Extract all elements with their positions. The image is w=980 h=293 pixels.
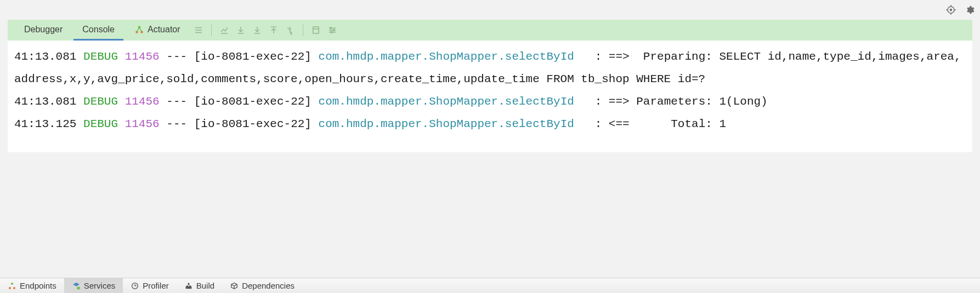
log-line: 41:13.081 DEBUG 11456 --- [io-8081-exec-… <box>14 50 961 85</box>
log-line: 41:13.081 DEBUG 11456 --- [io-8081-exec-… <box>14 95 768 108</box>
tab-actuator[interactable]: Actuator <box>126 20 189 41</box>
svg-text:I: I <box>291 32 292 35</box>
log-line: 41:13.125 DEBUG 11456 --- [io-8081-exec-… <box>14 118 726 130</box>
target-icon[interactable] <box>945 4 957 16</box>
gear-icon[interactable] <box>964 4 976 16</box>
upload-icon[interactable] <box>267 23 281 37</box>
actuator-icon <box>134 25 144 35</box>
tab-label: Actuator <box>148 25 180 35</box>
step-into-icon[interactable]: I <box>283 23 297 37</box>
svg-point-1 <box>950 9 952 11</box>
svg-point-30 <box>333 30 335 31</box>
download-icon[interactable] <box>234 23 248 37</box>
divider <box>211 24 212 36</box>
debug-tab-strip: Debugger Console Actuator I <box>8 20 972 41</box>
divider <box>303 24 303 36</box>
download2-icon[interactable] <box>250 23 264 37</box>
sliders-icon[interactable] <box>325 23 339 37</box>
tab-label: Debugger <box>24 25 63 35</box>
svg-point-31 <box>331 31 332 33</box>
tab-console[interactable]: Console <box>73 20 123 41</box>
tab-label: Console <box>82 25 115 35</box>
chart-up-icon[interactable] <box>217 23 231 37</box>
calculator-icon[interactable] <box>309 23 323 37</box>
list-icon[interactable] <box>191 23 206 37</box>
top-toolbar <box>0 0 980 20</box>
svg-point-29 <box>330 27 331 29</box>
console-output[interactable]: 41:13.081 DEBUG 11456 --- [io-8081-exec-… <box>8 41 972 152</box>
svg-rect-21 <box>313 27 319 33</box>
tab-debugger[interactable]: Debugger <box>15 20 71 41</box>
